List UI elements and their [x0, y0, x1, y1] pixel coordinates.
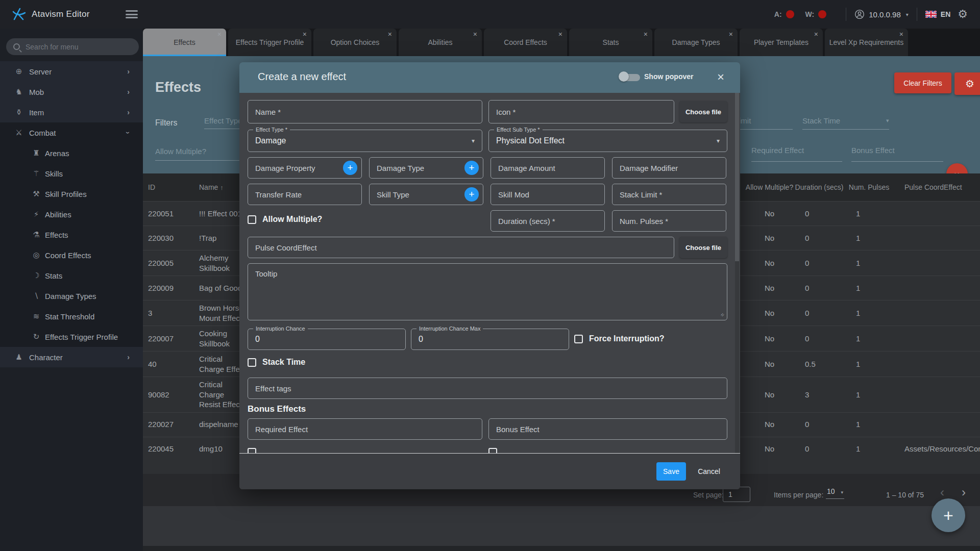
interruption-chance-field[interactable]: Interruption Chance 0 [248, 329, 406, 350]
column-header-num-pulses[interactable]: Num. Pulses [845, 180, 893, 194]
search-input[interactable]: Search for menu [6, 38, 139, 55]
damage-property-field[interactable]: Damage Property + [248, 157, 362, 179]
tab[interactable]: Effects × [143, 29, 226, 56]
tab-close-icon[interactable]: × [217, 30, 222, 38]
tab[interactable]: Option Choices × [313, 29, 397, 56]
cell-id: 220051 [143, 206, 199, 221]
cell-duration: 0 [794, 281, 845, 296]
table-settings-gear-icon[interactable]: ⚙ [954, 72, 980, 95]
tab[interactable]: Effects Trigger Profile × [228, 29, 311, 56]
required-effect-field[interactable]: Required Effect [248, 418, 482, 440]
tab-close-icon[interactable]: × [303, 30, 307, 38]
sidebar-sub-item[interactable]: ⚒ Skill Profiles [0, 184, 143, 204]
sidebar-sub-item[interactable]: ◎ Coord Effects [0, 245, 143, 265]
duration-field[interactable]: Duration (secs) * [491, 210, 605, 232]
show-popover-toggle-knob[interactable] [619, 71, 629, 82]
tab-close-icon[interactable]: × [899, 30, 903, 38]
previous-page-button[interactable]: ‹ [940, 485, 944, 499]
hamburger-menu-icon[interactable] [126, 10, 138, 18]
modal-header: Create a new effect Show popover × [239, 62, 740, 93]
column-header-id[interactable]: ID [143, 180, 199, 194]
stack-limit-field[interactable]: Stack Limit * [612, 184, 726, 205]
tab[interactable]: Level Xp Requirements × [825, 29, 908, 56]
sidebar-sub-item[interactable]: ∖ Damage Types [0, 286, 143, 306]
tab[interactable]: Stats × [569, 29, 652, 56]
skill-type-field[interactable]: Skill Type + [369, 184, 483, 205]
filter-allow-multiple[interactable]: Allow Multiple? [155, 147, 206, 156]
items-per-page-select[interactable]: 10▾ [826, 487, 844, 499]
sidebar-group-item[interactable]: ⊕ Server › [0, 61, 143, 82]
tooltip-textarea[interactable]: Tooltip = [248, 263, 727, 320]
next-page-button[interactable]: › [962, 485, 966, 499]
stack-time-checkbox[interactable] [248, 358, 256, 367]
sidebar-sub-item[interactable]: ↻ Effects Trigger Profile [0, 327, 143, 347]
sidebar-sub-item[interactable]: ≋ Stat Threshold [0, 306, 143, 327]
add-skill-type-button[interactable]: + [464, 187, 479, 202]
name-field[interactable]: Name * [248, 100, 482, 123]
tab-close-icon[interactable]: × [814, 30, 818, 38]
pulse-coordeffect-field[interactable]: Pulse CoordEffect [248, 237, 674, 258]
sidebar-item-character[interactable]: ♟ Character › [0, 347, 143, 367]
sidebar-sub-item[interactable]: ⚡ Abilities [0, 204, 143, 224]
resize-handle-icon[interactable]: = [719, 311, 725, 318]
skill-mod-field[interactable]: Skill Mod [491, 184, 605, 205]
close-icon[interactable]: × [717, 70, 724, 84]
cancel-button[interactable]: Cancel [691, 462, 727, 481]
pulse-choose-file-button[interactable]: Choose file [679, 237, 727, 258]
effect-sub-type-select[interactable]: Effect Sub Type * Physical Dot Effect ▾ [488, 130, 727, 152]
tab-close-icon[interactable]: × [729, 30, 733, 38]
filter-required-effect[interactable]: Required Effect [751, 146, 804, 155]
bonus-effect-field[interactable]: Bonus Effect [488, 418, 727, 440]
cell-allow-multiple: No [745, 231, 794, 246]
tab[interactable]: Coord Effects × [484, 29, 567, 56]
tab-close-icon[interactable]: × [388, 30, 392, 38]
effect-tags-field[interactable]: Effect tags [248, 378, 727, 399]
damage-amount-field[interactable]: Damage Amount [491, 157, 605, 179]
server-selector[interactable]: 10.0.0.98 ▾ [854, 9, 909, 19]
transfer-rate-field[interactable]: Transfer Rate [248, 184, 362, 205]
filter-stack-time[interactable]: Stack Time [802, 116, 840, 125]
sidebar-group-item[interactable]: ♞ Mob › [0, 82, 143, 102]
add-damage-type-button[interactable]: + [464, 161, 479, 175]
num-pulses-field[interactable]: Num. Pulses * [612, 210, 726, 232]
status-w-label: W: [805, 10, 815, 18]
icon-choose-file-button[interactable]: Choose file [679, 101, 727, 122]
sidebar-sub-item[interactable]: ♜ Arenas [0, 143, 143, 163]
sidebar-sub-item[interactable]: ⚗ Effects [0, 224, 143, 245]
clear-filters-button[interactable]: Clear Filters [894, 72, 951, 93]
modal-scrollbar-thumb[interactable] [735, 93, 739, 261]
sidebar-sub-item[interactable]: ☽ Stats [0, 265, 143, 286]
filter-effect-type[interactable]: Effect Type [204, 116, 242, 125]
damage-type-field[interactable]: Damage Type + [369, 157, 483, 179]
tab[interactable]: Player Templates × [740, 29, 823, 56]
cell-num-pulses: 1 [845, 417, 893, 432]
tab-close-icon[interactable]: × [644, 30, 648, 38]
force-interruption-checkbox[interactable] [574, 335, 583, 343]
effect-type-select[interactable]: Effect Type * Damage ▾ [248, 130, 482, 152]
cell-allow-multiple: No [745, 256, 794, 271]
add-damage-property-button[interactable]: + [343, 161, 357, 175]
tab[interactable]: Abilities × [399, 29, 482, 56]
column-header-pulse-coordeffect[interactable]: Pulse CoordEffect [893, 180, 980, 194]
sidebar-sub-item[interactable]: ⚚ Skills [0, 163, 143, 184]
cell-num-pulses: 1 [845, 256, 893, 271]
sidebar-group-item[interactable]: ⚱ Item › [0, 102, 143, 122]
tab-close-icon[interactable]: × [558, 30, 562, 38]
sidebar-item-combat[interactable]: ⚔ Combat › [0, 122, 143, 143]
tab-close-icon[interactable]: × [473, 30, 477, 38]
column-header-allow-multiple[interactable]: Allow Multiple? [745, 180, 794, 194]
column-header-duration[interactable]: Duration (secs) [794, 180, 845, 194]
topbar-divider [846, 8, 846, 21]
damage-modifier-field[interactable]: Damage Modifier [612, 157, 726, 179]
icon-field[interactable]: Icon * [488, 100, 674, 123]
tab[interactable]: Damage Types × [654, 29, 738, 56]
add-effect-button[interactable]: + [932, 498, 965, 532]
settings-gear-icon[interactable]: ⚙ [958, 8, 968, 21]
filter-bonus-effect[interactable]: Bonus Effect [851, 146, 895, 155]
allow-multiple-checkbox[interactable] [248, 215, 256, 224]
language-selector[interactable]: EN [925, 10, 950, 18]
cell-duration: 0.5 [794, 357, 845, 372]
force-interruption-label: Force Interruption? [589, 334, 665, 343]
interruption-chance-max-field[interactable]: Interruption Chance Max 0 [411, 329, 569, 350]
save-button[interactable]: Save [656, 462, 686, 481]
